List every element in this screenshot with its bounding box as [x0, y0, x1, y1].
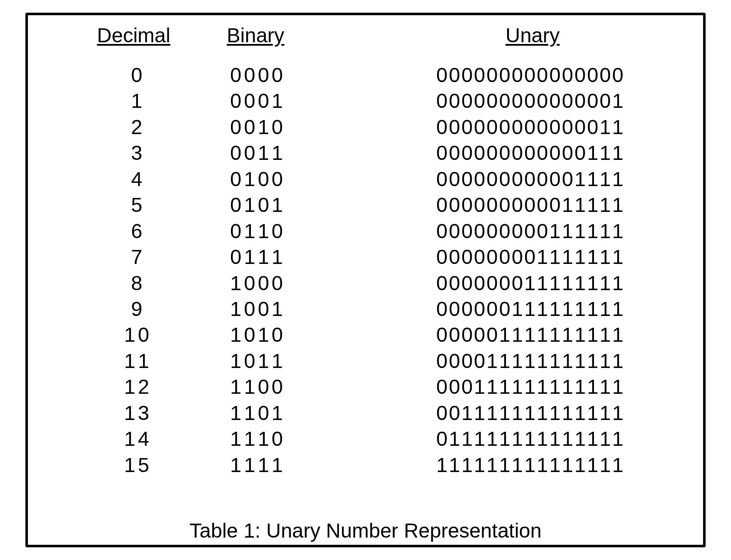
cell-decimal: 7 — [45, 244, 223, 270]
table-row: 101010000001111111111 — [45, 322, 686, 348]
cell-binary: 0100 — [223, 166, 375, 192]
cell-decimal: 13 — [45, 400, 223, 426]
column-header-decimal: Decimal — [45, 24, 223, 47]
cell-decimal: 5 — [45, 192, 223, 218]
cell-binary: 0111 — [223, 244, 375, 270]
table-row: 141110011111111111111 — [45, 426, 686, 452]
cell-decimal: 1 — [45, 88, 223, 114]
cell-binary: 0011 — [223, 140, 375, 166]
cell-binary: 1010 — [223, 322, 375, 348]
page: Decimal Binary Unary 0000000000000000000… — [0, 0, 731, 560]
cell-unary: 011111111111111 — [375, 426, 686, 452]
table-body: 0000000000000000000010001000000000000001… — [45, 62, 686, 511]
cell-binary: 0001 — [223, 88, 375, 114]
cell-decimal: 4 — [45, 166, 223, 192]
table-row: 10001000000000000001 — [45, 88, 686, 114]
table-row: 131101001111111111111 — [45, 400, 686, 426]
table-container: Decimal Binary Unary 0000000000000000000… — [25, 13, 706, 547]
cell-binary: 1011 — [223, 348, 375, 374]
table-row: 20010000000000000011 — [45, 114, 686, 140]
cell-unary: 000000000000011 — [375, 114, 686, 140]
table-row: 81000000000011111111 — [45, 270, 686, 296]
cell-binary: 0000 — [223, 62, 375, 88]
cell-binary: 1101 — [223, 400, 375, 426]
cell-decimal: 10 — [45, 322, 223, 348]
table-row: 111011000011111111111 — [45, 348, 686, 374]
table-row: 151111111111111111111 — [45, 452, 686, 478]
cell-unary: 000000011111111 — [375, 270, 686, 296]
cell-unary: 111111111111111 — [375, 452, 686, 478]
table-row: 121100000111111111111 — [45, 374, 686, 400]
cell-decimal: 3 — [45, 140, 223, 166]
cell-decimal: 9 — [45, 296, 223, 322]
cell-unary: 000000000000111 — [375, 140, 686, 166]
cell-binary: 0110 — [223, 218, 375, 244]
column-header-unary: Unary — [379, 24, 686, 47]
table-row: 40100000000000001111 — [45, 166, 686, 192]
cell-decimal: 0 — [45, 62, 223, 88]
cell-decimal: 14 — [45, 426, 223, 452]
cell-unary: 000000000111111 — [375, 218, 686, 244]
cell-binary: 1000 — [223, 270, 375, 296]
table-row: 70111000000001111111 — [45, 244, 686, 270]
cell-binary: 1001 — [223, 296, 375, 322]
cell-decimal: 8 — [45, 270, 223, 296]
cell-binary: 1110 — [223, 426, 375, 452]
cell-unary: 000001111111111 — [375, 322, 686, 348]
cell-unary: 000000000001111 — [375, 166, 686, 192]
table-row: 60110000000000111111 — [45, 218, 686, 244]
column-header-binary: Binary — [223, 24, 379, 47]
cell-unary: 000000111111111 — [375, 296, 686, 322]
cell-unary: 000000000000001 — [375, 88, 686, 114]
table-row: 00000000000000000000 — [45, 62, 686, 88]
cell-unary: 000000000000000 — [375, 62, 686, 88]
table-header-row: Decimal Binary Unary — [45, 24, 686, 47]
table-caption: Table 1: Unary Number Representation — [45, 511, 686, 545]
cell-unary: 001111111111111 — [375, 400, 686, 426]
cell-binary: 0010 — [223, 114, 375, 140]
cell-decimal: 2 — [45, 114, 223, 140]
table-row: 30011000000000000111 — [45, 140, 686, 166]
table-row: 91001000000111111111 — [45, 296, 686, 322]
cell-decimal: 11 — [45, 348, 223, 374]
cell-decimal: 15 — [45, 452, 223, 478]
cell-binary: 1111 — [223, 452, 375, 478]
cell-binary: 0101 — [223, 192, 375, 218]
cell-unary: 000011111111111 — [375, 348, 686, 374]
cell-decimal: 6 — [45, 218, 223, 244]
table-row: 50101000000000011111 — [45, 192, 686, 218]
cell-unary: 000000001111111 — [375, 244, 686, 270]
cell-decimal: 12 — [45, 374, 223, 400]
cell-unary: 000111111111111 — [375, 374, 686, 400]
cell-binary: 1100 — [223, 374, 375, 400]
cell-unary: 000000000011111 — [375, 192, 686, 218]
